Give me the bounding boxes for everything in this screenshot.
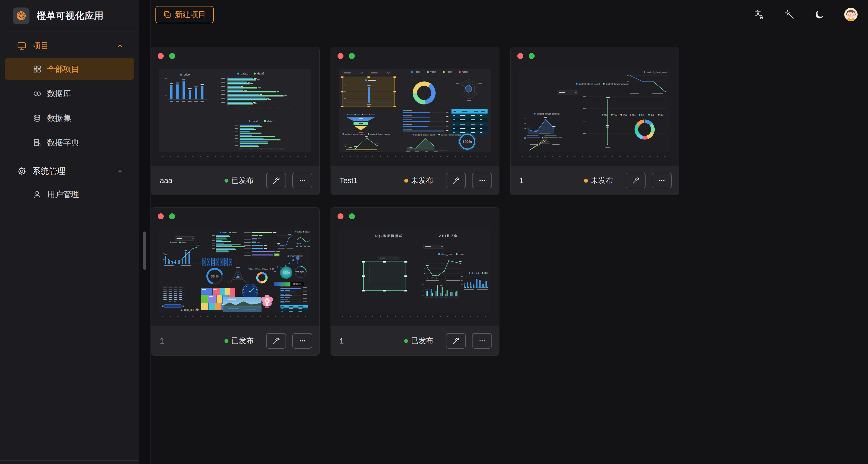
red-dot-icon bbox=[338, 213, 343, 219]
mini-hbar-chart-2: data1 data2 bbox=[235, 120, 286, 150]
mini-area-chart: student_attend_count student_flower_amou… bbox=[406, 134, 462, 152]
mini-spike-chart bbox=[583, 96, 668, 148]
svg-text:Wed: Wed bbox=[623, 114, 627, 116]
project-thumbnail[interactable]: student_attend_count student_attend_coun… bbox=[519, 69, 671, 152]
svg-text:四年级: 四年级 bbox=[461, 71, 468, 73]
project-thumbnail[interactable]: price bbox=[159, 69, 311, 152]
more-actions-button[interactable] bbox=[292, 333, 312, 349]
sidebar-item-all-projects[interactable]: 全部项目 bbox=[5, 58, 134, 80]
card-footer: Test1 未发布 bbox=[331, 166, 499, 195]
svg-text:student_flower_amount: student_flower_amount bbox=[537, 113, 560, 115]
mini-table-right bbox=[280, 305, 308, 312]
thumbnail-dashboard-preview: price bbox=[159, 69, 311, 152]
svg-text:student_attend_count: student_attend_count bbox=[415, 134, 435, 136]
status-label: 已发布 bbox=[231, 336, 254, 346]
project-thumbnail[interactable]: SQL数据源测试 API数据集 bbox=[339, 229, 491, 313]
status-badge: 未发布 bbox=[584, 175, 613, 186]
sidebar-item-dataset[interactable]: 数据集 bbox=[5, 107, 134, 129]
new-project-label: 新建项目 bbox=[175, 9, 206, 20]
sidebar-item-label: 数据库 bbox=[47, 88, 71, 99]
thumbnail-dashboard-preview: 一年级 二年级 三年级 四年级 bbox=[339, 69, 491, 152]
edit-project-button[interactable] bbox=[266, 333, 286, 349]
mini-line-chart: student_attend_count student_flower_amou bbox=[342, 133, 390, 152]
mini-legend: student_attend_count student_flower_amou… bbox=[576, 83, 628, 85]
sidebar-item-label: 用户管理 bbox=[47, 189, 79, 200]
status-dot bbox=[224, 179, 228, 183]
green-dot-icon bbox=[529, 53, 535, 59]
card-footer: 1 已发布 bbox=[331, 326, 499, 355]
more-actions-button[interactable] bbox=[472, 333, 492, 349]
edit-project-button[interactable] bbox=[446, 333, 466, 349]
edit-project-button[interactable] bbox=[446, 173, 466, 188]
scrollbar-rail[interactable] bbox=[139, 0, 151, 464]
green-dot-icon bbox=[169, 213, 175, 219]
mini-ring-gauge: 102% bbox=[458, 133, 476, 151]
card-traffic-dots bbox=[158, 53, 175, 59]
mini-legend-grades: 一年级 二年级 三年级 四年级 bbox=[411, 71, 469, 73]
svg-text:student_flower_amount: student_flower_amount bbox=[441, 134, 462, 136]
magic-wand-icon[interactable] bbox=[784, 9, 795, 20]
project-thumbnail[interactable]: 一年级 二年级 三年级 四年级 bbox=[339, 69, 491, 152]
thumbnail-dot-ruler bbox=[162, 156, 308, 157]
svg-text:data2: data2 bbox=[257, 72, 264, 75]
thumbnail-dot-ruler bbox=[342, 316, 488, 317]
sidebar-item-user-management[interactable]: 用户管理 bbox=[5, 184, 134, 205]
selected-empty-chart bbox=[362, 261, 407, 291]
sidebar-item-label: 数据字典 bbox=[47, 137, 79, 148]
theme-toggle-moon-icon[interactable] bbox=[814, 9, 825, 20]
mini-pyramid bbox=[227, 267, 249, 282]
thumbnail-dot-ruler bbox=[162, 316, 308, 317]
chevron-up-icon bbox=[116, 167, 124, 175]
language-switch-icon[interactable]: 文 A bbox=[754, 9, 765, 20]
mini-progress-bars bbox=[403, 110, 448, 131]
mini-combo-chart bbox=[163, 241, 201, 266]
sidebar-item-database[interactable]: 数据库 bbox=[5, 83, 134, 104]
mini-dropdown bbox=[342, 71, 364, 75]
project-title: aaa bbox=[160, 176, 224, 185]
sidebar-item-dictionary[interactable]: 数据字典 bbox=[5, 132, 134, 153]
gear-icon bbox=[17, 166, 27, 176]
status-dot bbox=[224, 339, 228, 343]
user-avatar[interactable] bbox=[844, 8, 858, 21]
svg-text:A: A bbox=[760, 14, 763, 20]
more-actions-button[interactable] bbox=[292, 173, 312, 188]
hammer-icon bbox=[272, 337, 280, 345]
mini-radar-chart bbox=[456, 76, 482, 101]
new-project-button[interactable]: 新建项目 bbox=[155, 6, 214, 23]
card-traffic-dots bbox=[158, 213, 175, 219]
sidebar-bottom-divider bbox=[0, 460, 139, 461]
project-cards-grid: price bbox=[151, 29, 868, 355]
project-card: student_attend_count student_attend_coun… bbox=[510, 47, 679, 195]
card-traffic-dots bbox=[338, 53, 355, 59]
ellipsis-icon bbox=[298, 176, 307, 185]
svg-text:data2: data2 bbox=[305, 231, 310, 233]
edit-project-button[interactable] bbox=[626, 173, 646, 188]
svg-text:25.00%: 25.00% bbox=[297, 271, 304, 273]
more-actions-button[interactable] bbox=[652, 173, 672, 188]
sidebar-section-system[interactable]: 系统管理 bbox=[0, 159, 139, 184]
red-dot-icon bbox=[338, 53, 343, 59]
svg-text:二年级: 二年级 bbox=[430, 71, 437, 73]
green-dot-icon bbox=[169, 53, 175, 59]
svg-text:Thu: Thu bbox=[632, 114, 636, 116]
mini-gauge-50: 50% bbox=[280, 267, 292, 279]
thumbnail-dashboard-preview: data1 data2 bbox=[159, 229, 311, 313]
green-dot-icon bbox=[349, 53, 355, 59]
svg-text:price: price bbox=[459, 253, 464, 255]
mini-donut-chart bbox=[411, 80, 437, 106]
red-dot-icon bbox=[158, 213, 164, 219]
svg-text:student_flower_amount: student_flower_amount bbox=[606, 83, 629, 85]
app-root: 橙单可视化应用 项目 全部项目 数据库 bbox=[0, 0, 868, 464]
sidebar-section-projects[interactable]: 项目 bbox=[0, 33, 139, 58]
project-thumbnail[interactable]: data1 data2 bbox=[159, 229, 311, 313]
status-badge: 未发布 bbox=[404, 175, 433, 186]
edit-project-button[interactable] bbox=[266, 173, 286, 188]
selected-chart bbox=[341, 76, 396, 107]
hammer-icon bbox=[452, 176, 460, 185]
more-actions-button[interactable] bbox=[472, 173, 492, 188]
status-label: 未发布 bbox=[591, 175, 613, 186]
mini-mascot bbox=[261, 295, 273, 308]
mini-gauge-36: 36 % bbox=[205, 267, 224, 286]
scrollbar-thumb[interactable] bbox=[143, 231, 146, 270]
topbar-icons: 文 A bbox=[754, 8, 858, 21]
